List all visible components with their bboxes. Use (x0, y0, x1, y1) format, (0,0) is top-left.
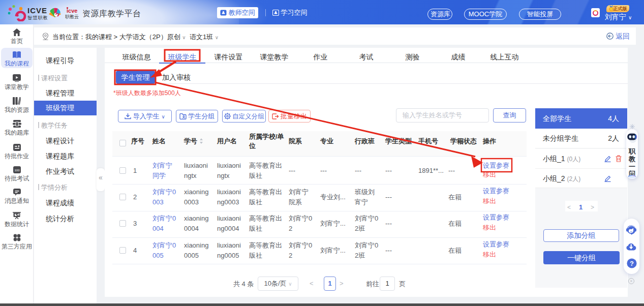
svg-text:?: ? (630, 260, 634, 267)
svg-text:职教云: 职教云 (65, 14, 79, 19)
svg-text:100: 100 (14, 169, 20, 172)
svg-text:icve: icve (67, 8, 77, 14)
svg-text:ICVE: ICVE (27, 6, 47, 15)
svg-text:智慧职教: 智慧职教 (27, 15, 48, 20)
